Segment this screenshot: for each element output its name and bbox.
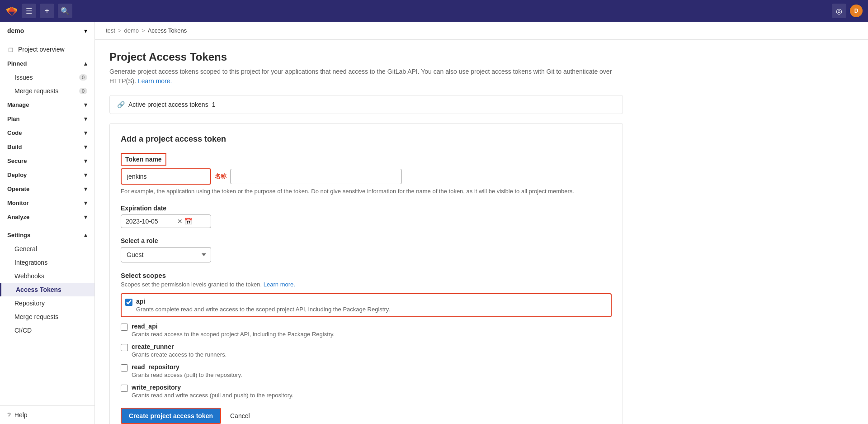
scope-create-runner-checkbox[interactable] <box>121 344 128 351</box>
scope-write-repository-desc: Grants read and write access (pull and p… <box>132 392 293 399</box>
role-select[interactable]: Guest Reporter Developer Maintainer Owne… <box>121 247 211 262</box>
sidebar-item-webhooks[interactable]: Webhooks <box>0 269 94 283</box>
chevron-down-icon: ▾ <box>84 143 87 150</box>
scope-read-repository-checkbox[interactable] <box>121 364 128 372</box>
sidebar: demo ▾ ◻ Project overview Pinned ▴ Issue… <box>0 22 95 424</box>
sidebar-item-cicd[interactable]: CI/CD <box>0 324 94 337</box>
token-name-input[interactable] <box>121 168 211 185</box>
date-input-wrapper: ✕ 📅 <box>121 214 211 228</box>
breadcrumb-sep-2: > <box>142 27 145 34</box>
scope-item-api: api Grants complete read and write acces… <box>121 293 612 317</box>
chevron-down-icon: ▾ <box>84 214 87 220</box>
sidebar-item-issues[interactable]: Issues 0 <box>0 71 94 84</box>
sidebar-item-repository[interactable]: Repository <box>0 296 94 310</box>
gitlab-logo <box>5 5 18 17</box>
scopes-group: Select scopes Scopes set the permission … <box>121 272 612 399</box>
project-overview-icon: ◻ <box>7 46 14 53</box>
sidebar-item-access-tokens[interactable]: Access Tokens <box>0 283 94 296</box>
token-count-icon: 🔗 <box>117 101 125 108</box>
sidebar-header: demo ▾ <box>0 22 94 40</box>
sidebar-group-operate[interactable]: Operate ▾ <box>0 182 94 196</box>
scope-item-write-repository: write_repository Grants read and write a… <box>121 384 612 399</box>
sidebar-item-project-overview[interactable]: ◻ Project overview <box>0 42 94 57</box>
sidebar-group-secure[interactable]: Secure ▾ <box>0 154 94 168</box>
role-group: Select a role Guest Reporter Developer M… <box>121 237 612 262</box>
sidebar-group-monitor[interactable]: Monitor ▾ <box>0 196 94 210</box>
sidebar-group-build[interactable]: Build ▾ <box>0 140 94 154</box>
scope-item-read-repository: read_repository Grants read access (pull… <box>121 363 612 378</box>
chevron-down-icon: ▾ <box>84 129 87 136</box>
date-calendar-button[interactable]: 📅 <box>184 218 192 225</box>
issues-badge: 0 <box>79 74 87 81</box>
sidebar-item-integrations[interactable]: Integrations <box>0 256 94 269</box>
scope-read-repository-name: read_repository <box>132 363 242 371</box>
token-name-input-extension[interactable] <box>230 169 402 184</box>
help-icon: ? <box>7 411 11 419</box>
token-name-group: Token name 名称 For example, the applicati… <box>121 153 612 195</box>
page-description: Generate project access tokens scoped to… <box>109 67 623 86</box>
sidebar-toggle-button[interactable]: ☰ <box>22 4 36 18</box>
sidebar-footer: ? Help <box>0 405 94 424</box>
scope-write-repository-name: write_repository <box>132 384 293 391</box>
scope-read-api-checkbox[interactable] <box>121 324 128 331</box>
learn-more-link[interactable]: Learn more. <box>138 77 172 85</box>
breadcrumb-current: Access Tokens <box>148 27 187 34</box>
sidebar-group-pinned[interactable]: Pinned ▴ <box>0 57 94 71</box>
scope-read-api-name: read_api <box>132 323 335 330</box>
scopes-desc: Scopes set the permission levels granted… <box>121 281 612 288</box>
sidebar-nav: ◻ Project overview Pinned ▴ Issues 0 Mer… <box>0 40 94 339</box>
create-token-button[interactable]: Create project access token <box>121 408 221 424</box>
token-name-label: Token name <box>125 156 162 163</box>
sidebar-group-plan[interactable]: Plan ▾ <box>0 112 94 126</box>
role-label: Select a role <box>121 237 612 244</box>
chevron-down-icon: ▾ <box>84 172 87 178</box>
help-button[interactable]: ? Help <box>7 411 87 419</box>
scope-api-name: api <box>136 298 390 305</box>
chevron-down-icon: ▾ <box>84 101 87 108</box>
form-title: Add a project access token <box>121 134 612 144</box>
scope-api-checkbox[interactable] <box>125 299 132 306</box>
sidebar-group-settings[interactable]: Settings ▴ <box>0 228 94 242</box>
sidebar-group-deploy[interactable]: Deploy ▾ <box>0 168 94 182</box>
scope-read-repository-desc: Grants read access (pull) to the reposit… <box>132 372 242 378</box>
date-clear-button[interactable]: ✕ <box>177 218 183 225</box>
scope-write-repository-checkbox[interactable] <box>121 385 128 392</box>
page-title: Project Access Tokens <box>109 51 623 63</box>
sidebar-group-analyze[interactable]: Analyze ▾ <box>0 210 94 224</box>
breadcrumb-test[interactable]: test <box>106 27 115 34</box>
breadcrumb-demo[interactable]: demo <box>124 27 139 34</box>
scope-api-desc: Grants complete read and write access to… <box>136 306 390 313</box>
sidebar-group-code[interactable]: Code ▾ <box>0 126 94 140</box>
scope-create-runner-name: create_runner <box>132 343 226 350</box>
active-tokens-bar: 🔗 Active project access tokens 1 <box>109 95 623 114</box>
active-tokens-count: 1 <box>212 101 216 108</box>
scope-create-runner-desc: Grants create access to the runners. <box>132 351 226 358</box>
expiration-date-input[interactable] <box>126 218 175 225</box>
form-actions: Create project access token Cancel <box>121 408 612 424</box>
sidebar-item-general[interactable]: General <box>0 242 94 256</box>
new-item-button[interactable]: + <box>40 4 54 18</box>
chevron-down-icon: ▾ <box>84 27 87 34</box>
scope-read-api-desc: Grants read access to the scoped project… <box>132 331 335 338</box>
sidebar-item-merge-requests-settings[interactable]: Merge requests <box>0 310 94 324</box>
merge-requests-badge: 0 <box>79 88 87 94</box>
form-card: Add a project access token Token name 名称… <box>109 123 623 424</box>
page-content: Project Access Tokens Generate project a… <box>95 40 637 424</box>
project-name: demo <box>7 27 24 34</box>
token-name-hint: For example, the application using the t… <box>121 187 612 195</box>
main-content: test > demo > Access Tokens Project Acce… <box>95 22 868 424</box>
scopes-learn-more-link[interactable]: Learn more. <box>264 281 295 288</box>
sidebar-group-manage[interactable]: Manage ▾ <box>0 98 94 112</box>
scope-item-read-api: read_api Grants read access to the scope… <box>121 323 612 338</box>
chevron-down-icon: ▾ <box>84 115 87 122</box>
cancel-button[interactable]: Cancel <box>226 409 254 423</box>
topbar: ☰ + 🔍 ◎ D <box>0 0 868 22</box>
chevron-up-icon: ▴ <box>84 60 87 67</box>
avatar[interactable]: D <box>850 5 863 17</box>
notifications-button[interactable]: ◎ <box>832 4 846 18</box>
chevron-down-icon: ▾ <box>84 157 87 164</box>
search-button[interactable]: 🔍 <box>58 4 72 18</box>
sidebar-item-merge-requests[interactable]: Merge requests 0 <box>0 84 94 98</box>
expiration-date-group: Expiration date ✕ 📅 <box>121 205 612 228</box>
sidebar-item-label: Project overview <box>18 46 65 53</box>
